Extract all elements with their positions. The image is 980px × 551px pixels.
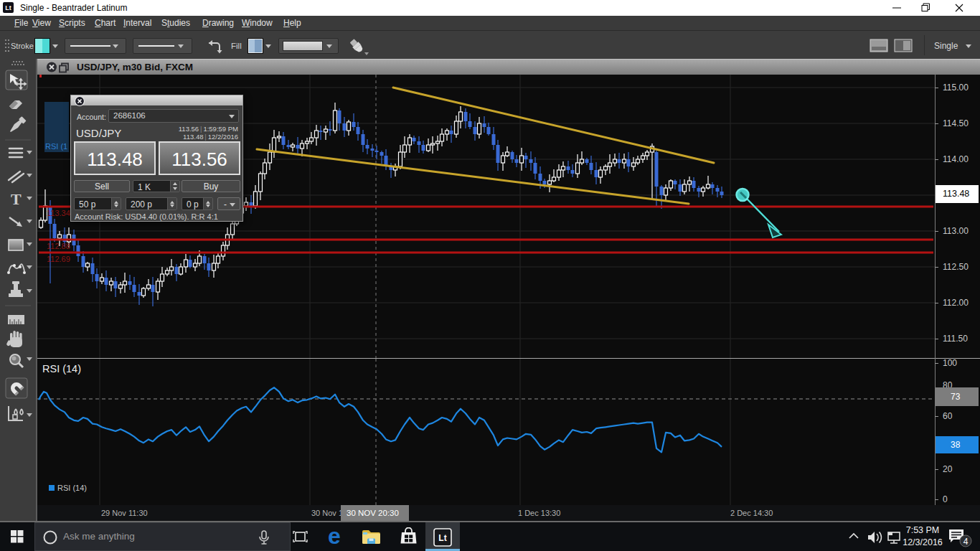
svg-text:RSI (1: RSI (1: [45, 142, 67, 151]
svg-text:112.69: 112.69: [47, 255, 70, 263]
svg-text:112.88: 112.88: [47, 242, 70, 250]
svg-text:Lt: Lt: [5, 4, 11, 11]
svg-text:Lt: Lt: [438, 533, 446, 543]
svg-text:113.34: 113.34: [47, 209, 70, 217]
svg-text:4: 4: [963, 537, 969, 547]
svg-text:RSI (14): RSI (14): [57, 484, 87, 492]
svg-text:T: T: [11, 190, 22, 208]
